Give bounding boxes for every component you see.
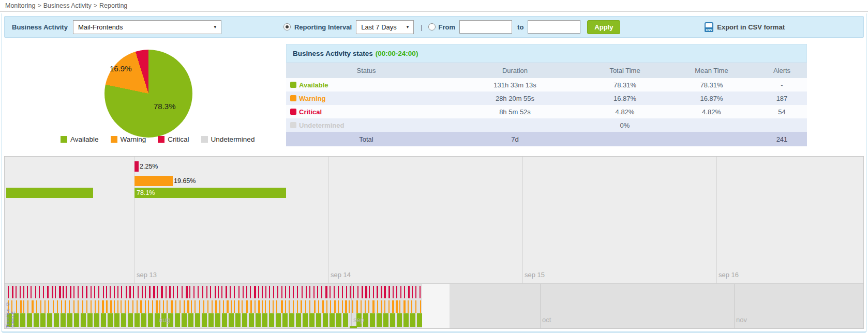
event-tick — [27, 286, 28, 298]
event-tick — [420, 286, 421, 298]
event-tick — [289, 313, 294, 327]
event-tick — [47, 313, 52, 327]
event-tick — [184, 300, 186, 313]
event-tick — [157, 286, 158, 298]
event-tick — [262, 300, 263, 313]
timeline-overview-band[interactable]: Timeline © SIMILE augsepoctnov — [5, 283, 863, 328]
reporting-interval-radio[interactable] — [283, 23, 291, 31]
event-tick — [412, 286, 413, 298]
event-tick — [317, 286, 318, 298]
event-tick — [177, 286, 178, 298]
toolbar: Business Activity Mail-Frontends ▾ Repor… — [4, 16, 864, 38]
status-cell: Critical — [286, 108, 446, 116]
status-swatch — [290, 82, 296, 88]
event-tick — [182, 313, 187, 327]
event-tick — [242, 300, 243, 313]
event-tick — [349, 300, 350, 313]
month-marker — [350, 326, 357, 328]
event-tick — [202, 313, 207, 327]
from-date-input[interactable] — [459, 20, 512, 34]
column-header: Duration — [446, 67, 583, 74]
event-tick — [350, 286, 351, 298]
event-tick — [415, 286, 416, 298]
business-activity-select[interactable]: Mail-Frontends ▾ — [73, 20, 221, 34]
table-row: Critical8h 5m 52s4.82%4.82%54 — [286, 105, 807, 118]
event-tick — [242, 313, 247, 327]
event-tick — [377, 313, 382, 327]
event-tick — [254, 286, 256, 298]
event-tick — [152, 300, 153, 313]
table-row: Warning28h 20m 55s16.87%16.87%187 — [286, 92, 807, 105]
event-tick — [106, 300, 108, 313]
event-tick — [230, 286, 231, 298]
event-tick — [325, 286, 327, 298]
event-tick — [173, 286, 174, 298]
apply-button[interactable]: Apply — [587, 20, 620, 34]
timeline-main-band[interactable]: sep 13sep 14sep 15sep 162.25%19.65%78.1% — [5, 157, 863, 284]
event-tick — [215, 313, 220, 327]
event-tick — [52, 286, 54, 298]
legend-item: Critical — [158, 135, 189, 143]
event-tick — [343, 313, 348, 327]
event-tick — [293, 286, 294, 298]
export-csv-link[interactable]: csv Export in CSV format — [705, 22, 785, 32]
event-tick — [125, 300, 126, 313]
event-tick — [128, 313, 133, 327]
event-tick — [352, 300, 353, 313]
event-tick — [249, 313, 254, 327]
event-tick — [98, 300, 99, 313]
day-gridline — [328, 157, 329, 284]
event-tick — [246, 286, 247, 298]
event-tick — [182, 286, 183, 298]
reporting-interval-select[interactable]: Last 7 Days ▾ — [356, 20, 414, 34]
event-tick — [74, 313, 79, 327]
event-tick — [133, 286, 134, 298]
event-tick — [221, 286, 222, 298]
status-label: Available — [299, 81, 328, 89]
event-tick — [73, 300, 74, 313]
custom-range-radio[interactable] — [428, 23, 436, 31]
event-tick — [86, 300, 87, 313]
cell: 78.31% — [583, 81, 666, 89]
event-tick — [126, 286, 128, 298]
event-tick — [231, 300, 232, 313]
cell: 7d — [446, 135, 583, 143]
month-gridline — [540, 284, 541, 328]
month-label: oct — [542, 316, 551, 324]
event-tick — [163, 300, 164, 313]
breadcrumb-item[interactable]: Reporting — [99, 2, 127, 9]
cell: 4.82% — [666, 108, 757, 116]
event-tick — [114, 300, 115, 313]
event-tick — [66, 286, 67, 298]
total-label: Total — [286, 135, 446, 143]
event-tick — [140, 300, 142, 313]
event-tick — [338, 286, 339, 298]
breadcrumb-separator: > — [94, 2, 97, 9]
overview-viewport[interactable] — [422, 284, 450, 328]
event-tick — [322, 300, 324, 313]
breadcrumb-item[interactable]: Monitoring — [5, 2, 35, 9]
event-tick — [384, 300, 385, 313]
availability-pie-chart — [104, 50, 192, 138]
event-tick — [121, 300, 122, 313]
event-tick — [306, 286, 307, 298]
event-tick — [383, 313, 388, 327]
event-tick — [73, 286, 74, 298]
legend-label: Critical — [168, 135, 189, 143]
event-tick — [70, 286, 72, 298]
event-tick — [356, 300, 358, 313]
event-tick — [258, 286, 259, 298]
event-tick — [404, 286, 405, 298]
event-tick — [61, 300, 62, 313]
event-tick — [357, 286, 358, 298]
event-tick — [269, 313, 274, 327]
event-tick — [227, 300, 229, 313]
breadcrumb-item[interactable]: Business Activity — [43, 2, 92, 9]
status-label: Undetermined — [299, 122, 344, 129]
toolbar-separator: | — [421, 23, 422, 31]
cell: 78.31% — [666, 81, 757, 89]
event-tick — [410, 313, 415, 327]
to-date-input[interactable] — [528, 20, 580, 34]
event-tick — [34, 313, 39, 327]
event-tick — [142, 286, 143, 298]
